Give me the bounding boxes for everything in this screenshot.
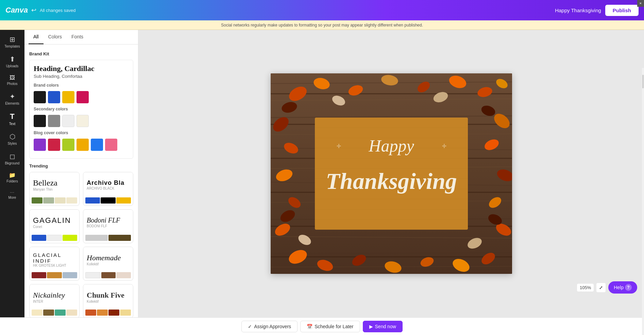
font-card-bodoni[interactable]: Bodoni FLF BODONI FLF (83, 209, 133, 243)
bodoni-swatch-1 (85, 235, 108, 241)
chunkfive-swatch-2 (97, 310, 108, 316)
tab-fonts[interactable]: Fonts (67, 30, 88, 44)
blog-colors-label: Blog cover colors (34, 130, 129, 135)
sidebar-item-bkground[interactable]: ◻ Bkground (1, 149, 23, 168)
secondary-color-2[interactable] (48, 115, 60, 127)
uploads-icon: ⬆ (10, 55, 15, 63)
sidebar-item-styles[interactable]: ⬡ Styles (1, 130, 23, 148)
warning-bar: Social networks regularly make updates t… (0, 20, 644, 30)
sidebar-item-text[interactable]: T Text (1, 109, 23, 128)
brand-color-2[interactable] (48, 91, 60, 103)
font-card-glacial[interactable]: GLACIAL INDIF HK GROTESK LIGHT (29, 247, 80, 281)
sidebar-item-photos[interactable]: 🖼 Photos (1, 72, 23, 88)
nickainley-swatch-4 (66, 310, 77, 316)
brand-kit-card[interactable]: Heading, Cardillac Sub Heading, Comforta… (29, 60, 133, 159)
sidebar-item-templates[interactable]: ⊞ Templates (1, 33, 23, 51)
sidebar-item-folders[interactable]: 📁 Folders (1, 169, 23, 186)
gagalin-swatch-3 (63, 235, 77, 241)
publish-button[interactable]: Publish (605, 5, 639, 16)
font-preview-chunkfive: Chunk Five Kollektif (83, 284, 133, 308)
font-preview-gagalin: GAGALIN Conet (30, 210, 79, 233)
font-card-gagalin[interactable]: GAGALIN Conet (29, 209, 80, 243)
homemade-swatch-2 (101, 272, 116, 278)
svg-text:Thanksgiving: Thanksgiving (326, 168, 457, 194)
gagalin-swatches (30, 233, 79, 243)
font-card-homemade[interactable]: Homemade Kollektif (83, 247, 133, 281)
undo-button[interactable]: ↩ (31, 6, 36, 14)
font-card-archivo[interactable]: Archivo Bla ARCHIVO BLACK (83, 172, 133, 206)
sidebar-label-elements: Elements (5, 102, 19, 105)
bodoni-swatch-2 (108, 235, 131, 241)
brand-subheading-font: Sub Heading, Comfortaa (34, 74, 129, 79)
secondary-colors-label: Secondary colors (34, 107, 129, 111)
font-preview-nickainley: Nickainley INTER (30, 284, 79, 308)
assign-approvers-button[interactable]: ✓ Assign Approvers (241, 321, 298, 332)
close-button[interactable]: ✕ (637, 0, 644, 7)
nickainley-swatch-1 (32, 310, 43, 316)
send-label: Send now (375, 324, 396, 329)
belleza-swatch-4 (66, 197, 77, 204)
font-preview-bodoni: Bodoni FLF BODONI FLF (83, 210, 133, 233)
send-now-button[interactable]: ▶ Send now (363, 321, 403, 332)
glacial-swatch-2 (47, 272, 62, 278)
folders-icon: 📁 (9, 172, 16, 178)
tab-colors[interactable]: Colors (44, 30, 67, 44)
sidebar-item-more[interactable]: ··· More (1, 187, 23, 202)
secondary-colors-row (34, 115, 129, 127)
expand-button[interactable]: ⤢ (596, 283, 606, 292)
archivo-swatches (83, 196, 133, 206)
main-layout: ⊞ Templates ⬆ Uploads 🖼 Photos ✦ Element… (0, 30, 644, 317)
thanksgiving-background: Happy ༓ ༓ Thanksgiving (271, 73, 512, 274)
font-preview-homemade: Homemade Kollektif (83, 247, 133, 271)
chunkfive-swatch-1 (85, 310, 96, 316)
font-card-nickainley[interactable]: Nickainley INTER (29, 284, 80, 317)
calendar-icon: 📅 (307, 324, 312, 329)
homemade-swatches (83, 271, 133, 280)
gagalin-swatch-1 (32, 235, 46, 241)
sidebar-item-elements[interactable]: ✦ Elements (1, 90, 23, 108)
font-card-chunkfive[interactable]: Chunk Five Kollektif (83, 284, 133, 317)
bkground-icon: ◻ (10, 152, 15, 160)
svg-text:༓: ༓ (337, 142, 340, 151)
wood-texture-svg: Happy ༓ ༓ Thanksgiving (271, 73, 512, 274)
blog-color-5[interactable] (91, 139, 103, 151)
font-card-belleza[interactable]: Belleza Manyan Thin (29, 172, 80, 206)
sidebar-item-uploads[interactable]: ⬆ Uploads (1, 52, 23, 71)
canvas-area: Happy ༓ ༓ Thanksgiving (138, 30, 644, 317)
belleza-swatch-2 (43, 197, 54, 204)
sidebar-label-uploads: Uploads (6, 64, 19, 68)
nickainley-sub: INTER (33, 300, 43, 303)
gagalin-sub: Conet (33, 225, 42, 229)
archivo-name: Archivo Bla (87, 179, 124, 187)
topbar: Canva ↩ All changes saved Happy Thanksgi… (0, 0, 644, 20)
help-button[interactable]: Help ? (608, 281, 637, 294)
sidebar-label-folders: Folders (6, 179, 18, 183)
brand-color-1[interactable] (34, 91, 46, 103)
schedule-later-button[interactable]: 📅 Schedule for Later (300, 321, 360, 332)
secondary-color-3[interactable] (62, 115, 74, 127)
homemade-name: Homemade (87, 253, 121, 262)
secondary-color-1[interactable] (34, 115, 46, 127)
blog-color-4[interactable] (77, 139, 89, 151)
homemade-swatch-1 (85, 272, 101, 278)
tab-all[interactable]: All (29, 30, 44, 44)
warning-text: Social networks regularly make updates t… (221, 23, 423, 28)
brand-color-3[interactable] (62, 91, 74, 103)
blog-color-3[interactable] (62, 139, 74, 151)
blog-color-6[interactable] (105, 139, 117, 151)
font-preview-archivo: Archivo Bla ARCHIVO BLACK (83, 172, 133, 196)
belleza-name: Belleza (33, 178, 57, 188)
brand-colors-label: Brand colors (34, 83, 129, 88)
blog-color-2[interactable] (48, 139, 60, 151)
font-preview-glacial: GLACIAL INDIF HK GROTESK LIGHT (30, 247, 79, 271)
nickainley-swatch-2 (43, 310, 54, 316)
text-icon: T (10, 112, 14, 121)
chunkfive-swatches (83, 308, 133, 317)
secondary-color-4[interactable] (77, 115, 89, 127)
design-canvas[interactable]: Happy ༓ ༓ Thanksgiving (271, 73, 512, 274)
canva-logo[interactable]: Canva (5, 6, 28, 15)
blog-color-1[interactable] (34, 139, 46, 151)
help-label: Help (614, 285, 624, 290)
brand-color-4[interactable] (77, 91, 89, 103)
project-title: Happy Thanksgiving (555, 7, 601, 13)
